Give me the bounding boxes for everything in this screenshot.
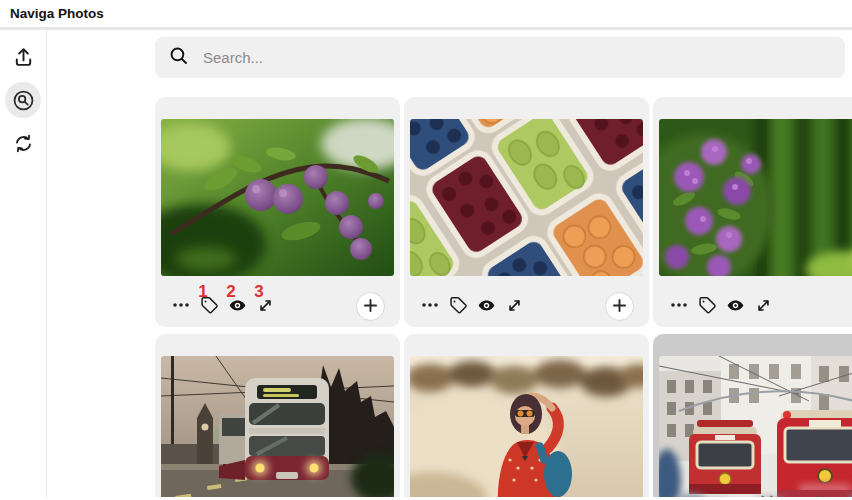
tag-icon — [698, 296, 717, 318]
ellipsis-icon — [171, 295, 191, 318]
upload-icon — [12, 46, 35, 69]
photo-thumbnail-bus[interactable] — [161, 356, 394, 497]
photo-thumbnail-woman[interactable] — [410, 356, 643, 497]
preview-button[interactable] — [476, 296, 496, 318]
add-button[interactable] — [605, 292, 634, 321]
card-toolbar — [410, 276, 643, 321]
expand-button[interactable] — [504, 296, 524, 318]
more-options-button[interactable] — [669, 296, 689, 318]
eye-icon — [477, 296, 496, 318]
photo-grid: 1 2 3 — [155, 97, 852, 497]
tag-icon — [449, 296, 468, 318]
app-header: Naviga Photos — [0, 0, 852, 30]
refresh-icon — [12, 132, 35, 155]
card-toolbar — [659, 276, 852, 321]
app-title: Naviga Photos — [10, 6, 104, 21]
photo-thumbnail-plums[interactable] — [161, 119, 394, 276]
photo-card — [155, 334, 400, 497]
expand-icon — [754, 296, 773, 318]
photo-thumbnail-fruit-crates[interactable] — [410, 119, 643, 276]
add-button[interactable] — [356, 292, 385, 321]
expand-button[interactable] — [753, 296, 773, 318]
sidebar-search-button[interactable] — [5, 82, 41, 118]
eye-icon — [726, 296, 745, 318]
plus-icon — [610, 296, 629, 318]
plus-icon — [361, 296, 380, 318]
expand-icon — [505, 296, 524, 318]
photo-card — [653, 97, 852, 327]
search-input[interactable] — [203, 49, 763, 66]
search-bar[interactable] — [155, 37, 845, 78]
magnifier-icon — [168, 45, 190, 71]
ellipsis-icon — [420, 295, 440, 318]
photo-library-main: 1 2 3 — [47, 30, 852, 497]
annotation-mark-1: 1 — [195, 283, 211, 300]
more-options-button[interactable] — [420, 296, 440, 318]
photo-card — [653, 334, 852, 497]
preview-button[interactable] — [725, 296, 745, 318]
ellipsis-icon — [669, 295, 689, 318]
search-circle-icon — [11, 88, 36, 113]
photo-card — [404, 97, 649, 327]
sidebar — [0, 30, 47, 497]
sidebar-upload-button[interactable] — [5, 39, 41, 75]
photo-card — [404, 334, 649, 497]
photo-thumbnail-lilacs[interactable] — [659, 119, 852, 276]
photo-thumbnail-trams[interactable] — [659, 356, 852, 497]
tag-button[interactable] — [697, 296, 717, 318]
annotation-mark-3: 3 — [251, 283, 267, 300]
annotation-mark-2: 2 — [223, 283, 239, 300]
photo-card: 1 2 3 — [155, 97, 400, 327]
more-options-button[interactable] — [171, 296, 191, 318]
tag-button[interactable] — [448, 296, 468, 318]
sidebar-refresh-button[interactable] — [5, 125, 41, 161]
